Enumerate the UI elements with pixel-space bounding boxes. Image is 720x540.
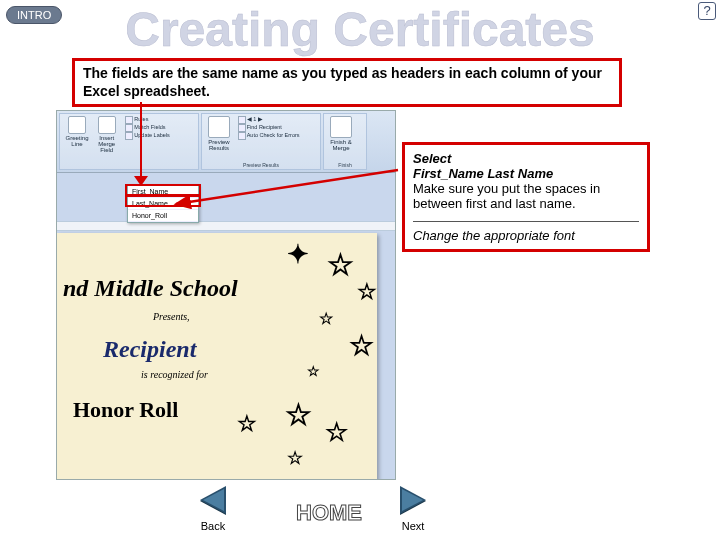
arrow-right-icon	[400, 486, 426, 514]
star-icon: ☆	[349, 329, 374, 362]
cert-honor-roll: Honor Roll	[73, 397, 178, 423]
star-icon: ☆	[285, 397, 312, 432]
callout-select-fields: First_Name Last Name	[413, 166, 639, 181]
star-icon: ☆	[307, 363, 320, 379]
arrow-down	[140, 102, 142, 180]
ribbon-update-labels: Update Labels	[124, 132, 170, 140]
arrow-left-icon	[200, 486, 226, 514]
callout-select-instructions: Select First_Name Last Name Make sure yo…	[402, 142, 650, 252]
intro-badge: INTRO	[6, 6, 62, 24]
svg-line-0	[176, 170, 398, 204]
star-icon: ☆	[287, 447, 303, 469]
callout-select-label: Select	[413, 151, 639, 166]
next-button[interactable]: Next	[400, 486, 426, 532]
ribbon-finish-merge: Finish & Merge	[327, 116, 355, 151]
back-label: Back	[200, 520, 226, 532]
ribbon-greeting-line: Greeting Line	[63, 116, 91, 147]
next-label: Next	[400, 520, 426, 532]
arrow-down-head	[134, 176, 148, 186]
callout-select-body: Make sure you put the spaces in between …	[413, 181, 639, 211]
cert-presents: Presents,	[153, 311, 190, 322]
callout-fields-explain: The fields are the same name as you type…	[72, 58, 622, 107]
ribbon-preview-results: Preview Results	[205, 116, 233, 151]
star-icon: ☆	[325, 417, 348, 448]
ribbon-insert-merge-field: Insert Merge Field	[93, 116, 121, 153]
callout-divider	[413, 221, 639, 222]
star-icon: ☆	[357, 279, 377, 305]
ribbon-auto-check: Auto Check for Errors	[237, 132, 301, 140]
ribbon-nav-record: ◀ 1 ▶	[237, 116, 301, 124]
star-icon: ☆	[327, 247, 354, 282]
back-button[interactable]: Back	[200, 486, 226, 532]
home-button[interactable]: HOME	[296, 500, 362, 526]
ribbon-rules: Rules	[124, 116, 170, 124]
callout-font-note: Change the appropriate font	[413, 228, 639, 243]
page-title: Creating Certificates	[125, 2, 594, 57]
star-icon: ☆	[237, 411, 257, 437]
arrow-to-dropdown	[170, 160, 400, 250]
cert-recipient: Recipient	[103, 336, 196, 363]
ribbon-find-recipient: Find Recipient	[237, 124, 301, 132]
callout-top-text: The fields are the same name as you type…	[83, 65, 602, 99]
cert-school-name: nd Middle School	[63, 275, 238, 302]
cert-recognized: is recognized for	[141, 369, 208, 380]
star-icon: ☆	[319, 309, 333, 328]
ribbon-match-fields: Match Fields	[124, 124, 170, 132]
help-button[interactable]: ?	[698, 2, 716, 20]
